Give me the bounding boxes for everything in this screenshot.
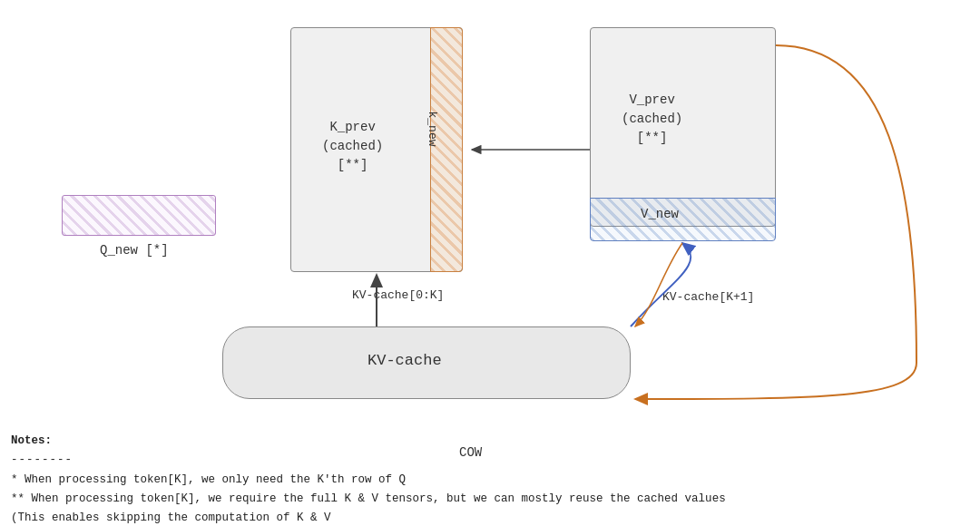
v-prev-label: V_prev(cached)[**] xyxy=(622,91,682,148)
notes-line2: ** When processing token[K], we require … xyxy=(11,490,726,509)
q-new-box xyxy=(62,195,216,236)
notes-line1: * When processing token[K], we only need… xyxy=(11,471,726,490)
v-prev-box xyxy=(590,27,776,227)
kv-cache-label: KV-cache xyxy=(368,352,442,369)
notes-divider: -------- xyxy=(11,451,726,470)
k-prev-label: K_prev(cached)[**] xyxy=(322,118,383,175)
kv-cache-0k-label: KV-cache[0:K] xyxy=(352,288,444,302)
v-new-stripe xyxy=(590,198,776,241)
kv-cache-k1-label: KV-cache[K+1] xyxy=(662,290,754,304)
k-new-rotated-label: k_new xyxy=(426,112,439,147)
k-new-stripe xyxy=(430,27,463,272)
diagram-container: Q_new [*] K_prev(cached)[**] k_new V_pre… xyxy=(0,0,980,526)
q-new-label: Q_new [*] xyxy=(100,243,169,258)
notes-title: Notes: xyxy=(11,432,726,451)
notes-section: Notes: -------- * When processing token[… xyxy=(11,432,726,526)
v-new-label: V_new xyxy=(641,207,679,221)
notes-line3: (This enables skipping the computation o… xyxy=(11,509,726,526)
